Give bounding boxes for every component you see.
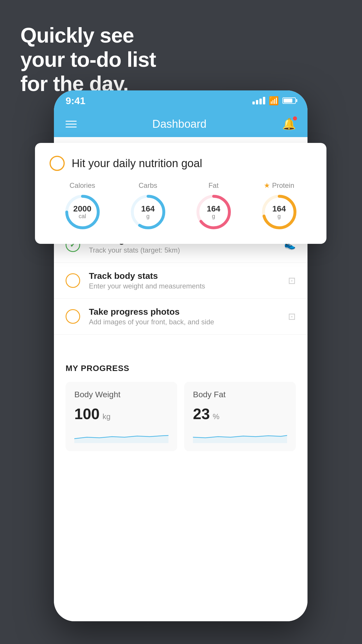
body-fat-chart <box>193 428 287 443</box>
todo-subtitle-photos: Add images of your front, back, and side <box>89 318 279 326</box>
hero-text: Quickly see your to-do list for the day. <box>20 23 156 96</box>
todo-circle-body-stats <box>66 273 80 288</box>
wifi-icon: 📶 <box>269 96 279 106</box>
calories-ring: 2000 cal <box>64 193 101 231</box>
body-weight-card[interactable]: Body Weight 100 kg <box>66 382 177 451</box>
nutrition-card-title: Hit your daily nutrition goal <box>72 157 202 170</box>
calories-label: Calories <box>69 181 95 190</box>
todo-circle-photos <box>66 309 80 324</box>
body-fat-card[interactable]: Body Fat 23 % <box>184 382 296 451</box>
notification-bell-icon[interactable]: 🔔 <box>282 118 296 130</box>
status-time: 9:41 <box>66 95 85 106</box>
carbs-value: 164 g <box>141 205 155 220</box>
nutrition-card[interactable]: Hit your daily nutrition goal Calories 2… <box>35 143 326 244</box>
protein-ring: 164 g <box>260 193 298 231</box>
todo-item-body-stats[interactable]: Track body stats Enter your weight and m… <box>54 263 307 299</box>
todo-title-body-stats: Track body stats <box>89 271 279 281</box>
notification-dot <box>293 116 297 120</box>
hamburger-menu[interactable] <box>66 121 77 127</box>
carbs-ring: 164 g <box>129 193 167 231</box>
body-weight-value-row: 100 kg <box>74 405 168 423</box>
todo-subtitle-running: Track your stats (target: 5km) <box>89 246 275 254</box>
body-fat-label: Body Fat <box>193 390 287 399</box>
progress-cards: Body Weight 100 kg Body Fat <box>66 382 296 451</box>
body-weight-label: Body Weight <box>74 390 168 399</box>
body-fat-unit: % <box>213 412 219 421</box>
body-fat-value: 23 <box>193 405 210 423</box>
todo-text-body-stats: Track body stats Enter your weight and m… <box>89 271 279 290</box>
star-icon: ★ <box>264 181 270 190</box>
nutrition-protein: ★ Protein 164 g <box>260 181 298 231</box>
nutrition-circle-indicator <box>50 156 65 171</box>
todo-title-photos: Take progress photos <box>89 307 279 317</box>
status-icons: 📶 <box>252 96 296 106</box>
todo-text-photos: Take progress photos Add images of your … <box>89 307 279 326</box>
protein-value: 164 g <box>272 205 286 220</box>
todo-item-photos[interactable]: Take progress photos Add images of your … <box>54 299 307 335</box>
protein-label: ★ Protein <box>264 181 294 190</box>
nutrition-fat: Fat 164 g <box>195 181 233 231</box>
body-fat-value-row: 23 % <box>193 405 287 423</box>
progress-section: MY PROGRESS Body Weight 100 kg <box>54 352 307 460</box>
calories-value: 2000 cal <box>73 205 91 220</box>
carbs-label: Carbs <box>138 181 157 190</box>
scale-icon: ⊡ <box>288 275 296 286</box>
nutrition-card-header: Hit your daily nutrition goal <box>50 156 312 171</box>
status-bar: 9:41 📶 <box>54 90 307 111</box>
nutrition-carbs: Carbs 164 g <box>129 181 167 231</box>
todo-subtitle-body-stats: Enter your weight and measurements <box>89 282 279 290</box>
battery-icon <box>282 97 296 104</box>
fat-ring: 164 g <box>195 193 233 231</box>
progress-title: MY PROGRESS <box>66 364 296 373</box>
signal-icon <box>252 97 265 104</box>
nav-title: Dashboard <box>152 118 207 130</box>
body-weight-unit: kg <box>103 412 110 421</box>
body-weight-chart <box>74 428 168 443</box>
nutrition-row: Calories 2000 cal Carbs <box>50 181 312 231</box>
fat-value: 164 g <box>207 205 220 220</box>
person-photo-icon: ⊡ <box>288 311 296 322</box>
body-weight-value: 100 <box>74 405 100 423</box>
nav-bar: Dashboard 🔔 <box>54 111 307 137</box>
nutrition-calories: Calories 2000 cal <box>64 181 101 231</box>
fat-label: Fat <box>208 181 219 190</box>
